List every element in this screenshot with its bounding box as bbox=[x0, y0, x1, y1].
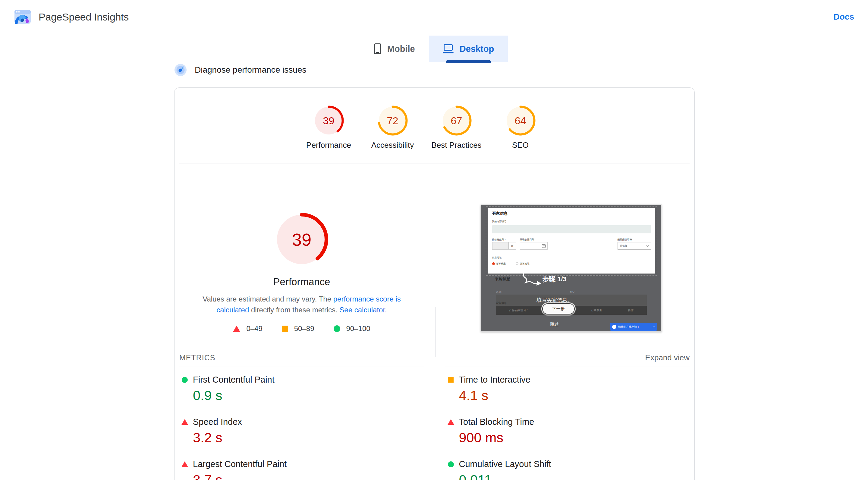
tour-next-button[interactable]: 下一步 bbox=[542, 303, 575, 314]
metric-value: 0.9 s bbox=[193, 388, 424, 403]
expand-view-button[interactable]: Expand view bbox=[645, 353, 689, 362]
category-score: 67 bbox=[441, 105, 472, 136]
screenshot-form-title: 买家信息 bbox=[492, 211, 508, 216]
screenshot-radio-label: 填写地址 bbox=[520, 262, 530, 265]
category-gauge-accessibility[interactable]: 72Accessibility bbox=[377, 105, 408, 150]
tab-desktop-label: Desktop bbox=[460, 44, 494, 54]
metric-time-to-interactive: Time to Interactive4.1 s bbox=[445, 367, 690, 409]
calendar-icon bbox=[542, 244, 546, 248]
good-circle-icon bbox=[182, 377, 188, 383]
docs-link[interactable]: Docs bbox=[834, 12, 854, 22]
screenshot-form-panel: 买家信息 我的内部编号 报价有效期 * 天 最晚收货日期 接受报价币种 请选择 bbox=[488, 208, 655, 274]
see-calculator-link[interactable]: See calculator. bbox=[339, 306, 387, 314]
average-square-icon bbox=[448, 377, 454, 383]
performance-score: 39 bbox=[272, 209, 332, 270]
category-score: 72 bbox=[377, 105, 408, 136]
category-gauge-seo[interactable]: 64SEO bbox=[505, 105, 536, 150]
legend-average: 50–89 bbox=[282, 324, 314, 333]
legend-average-label: 50–89 bbox=[294, 324, 314, 333]
legend-good: 90–100 bbox=[334, 324, 370, 333]
legend-poor: 0–49 bbox=[233, 324, 262, 333]
metric-cumulative-layout-shift: Cumulative Layout Shift0.011 bbox=[445, 451, 690, 480]
screenshot-radio: 填写地址 bbox=[516, 262, 530, 265]
phone-icon bbox=[374, 43, 381, 54]
screenshot-select: 请选择 bbox=[618, 242, 651, 250]
good-circle-icon bbox=[334, 325, 340, 332]
metric-value: 900 ms bbox=[459, 430, 690, 446]
poor-triangle-icon bbox=[181, 461, 188, 467]
gauge-arc: 39 bbox=[313, 105, 344, 136]
gauge-arc: 67 bbox=[441, 105, 472, 136]
metric-value: 4.1 s bbox=[459, 388, 690, 403]
metric-first-contentful-paint: First Contentful Paint0.9 s bbox=[179, 367, 424, 409]
table-col: 操作 bbox=[628, 308, 633, 312]
pagespeed-logo-icon bbox=[14, 8, 31, 26]
category-label: Best Practices bbox=[431, 141, 481, 150]
tour-step-title: 步骤 1/3 bbox=[481, 275, 628, 284]
poor-triangle-icon bbox=[447, 419, 454, 425]
metric-value: 0.011 bbox=[459, 472, 690, 480]
category-score: 64 bbox=[505, 105, 536, 136]
table-col: 产品/品牌型号 * bbox=[509, 308, 528, 312]
metrics-header: METRICS Expand view bbox=[179, 352, 689, 363]
app-header: PageSpeed Insights Docs bbox=[0, 0, 868, 34]
performance-gauge: 39 bbox=[272, 209, 332, 270]
chevron-down-icon bbox=[646, 244, 649, 247]
category-gauge-performance[interactable]: 39Performance bbox=[313, 105, 344, 150]
radio-icon bbox=[516, 262, 518, 265]
screenshot-small-label: MO bbox=[570, 290, 575, 293]
app-title: PageSpeed Insights bbox=[38, 11, 129, 23]
tour-skip-link[interactable]: 跳过 bbox=[481, 322, 628, 327]
performance-section: 39 Performance Values are estimated and … bbox=[175, 163, 694, 333]
screenshot-radio-selected: 暂不确定 bbox=[492, 262, 506, 265]
screenshot-label: 我的内部编号 bbox=[492, 220, 507, 223]
poor-triangle-icon bbox=[181, 419, 188, 425]
screenshot-label: 报价有效期 * bbox=[492, 238, 506, 241]
report-card: 39Performance72Accessibility67Best Pract… bbox=[174, 87, 695, 480]
radio-selected-icon bbox=[492, 262, 495, 265]
metric-name: First Contentful Paint bbox=[193, 375, 275, 385]
chat-label: 和我们在线交谈！ bbox=[618, 325, 640, 329]
metrics-caption: METRICS bbox=[179, 353, 216, 362]
gauge-arc: 72 bbox=[377, 105, 408, 136]
screenshot-input bbox=[492, 225, 651, 233]
metric-total-blocking-time: Total Blocking Time900 ms bbox=[445, 409, 690, 451]
metric-value: 3.7 s bbox=[193, 472, 424, 480]
column-divider bbox=[435, 307, 436, 357]
description-text: Values are estimated and may vary. The bbox=[203, 295, 333, 303]
tab-mobile[interactable]: Mobile bbox=[360, 36, 429, 62]
screenshot-label: 最晚收货日期 bbox=[520, 238, 534, 241]
laptop-icon bbox=[443, 44, 454, 53]
description-text: directly from these metrics. bbox=[249, 306, 339, 314]
diagnose-section-header: Diagnose performance issues bbox=[174, 63, 868, 77]
metric-name: Largest Contentful Paint bbox=[193, 459, 287, 469]
chat-widget[interactable]: 和我们在线交谈！ bbox=[610, 323, 657, 331]
metric-name: Time to Interactive bbox=[459, 375, 530, 385]
performance-description: Values are estimated and may vary. The p… bbox=[196, 294, 407, 316]
screenshot-label: 接受报价币种 bbox=[618, 238, 632, 241]
score-legend: 0–49 50–89 90–100 bbox=[233, 324, 370, 333]
tab-desktop[interactable]: Desktop bbox=[429, 36, 508, 62]
diagnose-title: Diagnose performance issues bbox=[195, 65, 306, 75]
metrics-grid: First Contentful Paint0.9 sTime to Inter… bbox=[179, 367, 689, 480]
screenshot-column: 买家信息 我的内部编号 报价有效期 * 天 最晚收货日期 接受报价币种 请选择 bbox=[435, 204, 694, 333]
category-scores-row: 39Performance72Accessibility67Best Pract… bbox=[175, 88, 694, 163]
category-label: Performance bbox=[306, 141, 351, 150]
screenshot-days-suffix: 天 bbox=[508, 242, 516, 250]
performance-summary-column: 39 Performance Values are estimated and … bbox=[175, 204, 435, 333]
page-screenshot-thumbnail[interactable]: 买家信息 我的内部编号 报价有效期 * 天 最晚收货日期 接受报价币种 请选择 bbox=[481, 204, 661, 332]
category-gauge-best-practices[interactable]: 67Best Practices bbox=[441, 105, 472, 150]
device-tabs: Mobile Desktop bbox=[0, 36, 868, 62]
screenshot-small-label: 名称 bbox=[496, 290, 501, 294]
performance-heading: Performance bbox=[273, 276, 330, 288]
metric-speed-index: Speed Index3.2 s bbox=[179, 409, 424, 451]
metric-value: 3.2 s bbox=[193, 430, 424, 446]
legend-poor-label: 0–49 bbox=[246, 324, 262, 333]
tab-mobile-label: Mobile bbox=[387, 44, 415, 54]
screenshot-date-input bbox=[520, 242, 548, 250]
chat-icon bbox=[612, 325, 616, 329]
category-label: Accessibility bbox=[371, 141, 414, 150]
table-col: 订单数量 bbox=[591, 308, 602, 312]
legend-good-label: 90–100 bbox=[346, 324, 370, 333]
chevron-up-icon bbox=[652, 326, 655, 328]
